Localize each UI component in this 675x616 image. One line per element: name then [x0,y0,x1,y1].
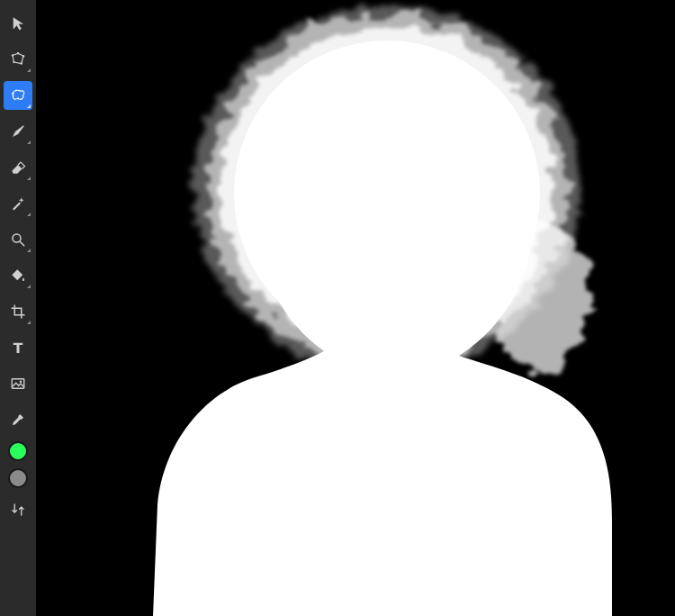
zoom-tool[interactable] [4,225,32,254]
svg-point-7 [20,381,22,383]
mask-silhouette [36,0,675,616]
move-tool[interactable] [4,9,32,38]
selection-brush-tool[interactable] [4,81,32,110]
submenu-indicator-icon [27,104,31,108]
svg-point-0 [12,54,14,56]
color-picker-tool[interactable] [4,405,32,434]
text-tool[interactable] [4,333,32,362]
placed-image-tool[interactable] [4,369,32,398]
svg-point-3 [21,62,22,64]
submenu-indicator-icon [27,249,31,252]
swap-colors-button[interactable] [4,495,32,524]
submenu-indicator-icon [27,177,31,180]
paint-brush-tool[interactable] [4,117,32,146]
tools-panel [0,0,36,616]
submenu-indicator-icon [27,213,31,216]
healing-tool[interactable] [4,189,32,218]
submenu-indicator-icon [27,321,31,324]
submenu-indicator-icon [27,68,31,72]
background-color-swatch[interactable] [8,468,28,488]
svg-point-5 [13,234,21,242]
svg-point-4 [13,61,14,63]
crop-tool[interactable] [4,297,32,326]
svg-point-2 [22,55,24,57]
canvas-viewport[interactable] [36,0,675,616]
svg-point-1 [17,52,19,54]
submenu-indicator-icon [27,285,31,288]
fill-tool[interactable] [4,261,32,290]
svg-rect-6 [12,379,24,389]
node-tool[interactable] [4,45,32,74]
eraser-tool[interactable] [4,153,32,182]
foreground-color-swatch[interactable] [8,441,28,461]
submenu-indicator-icon [27,140,31,144]
